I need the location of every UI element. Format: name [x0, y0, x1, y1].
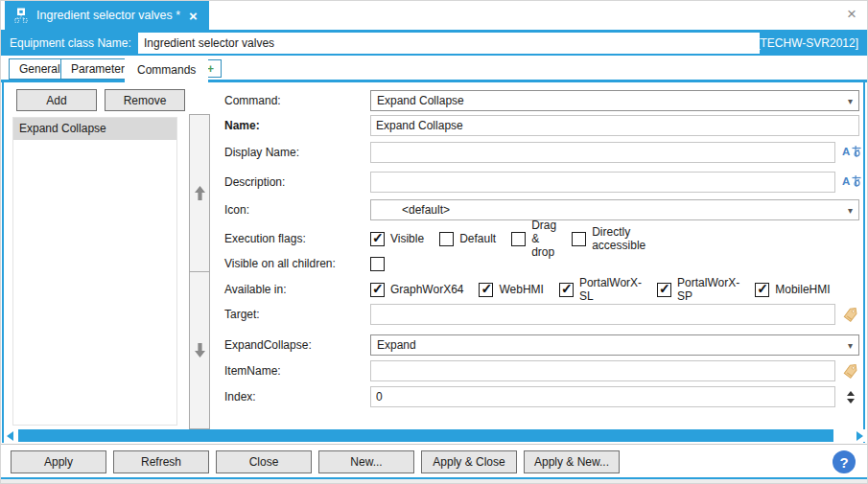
- checkbox-icon[interactable]: ✓: [479, 283, 493, 297]
- refresh-button[interactable]: Refresh: [113, 450, 209, 473]
- svg-text:A: A: [842, 175, 850, 187]
- equipment-class-name-input[interactable]: [138, 33, 760, 54]
- remove-command-button[interactable]: Remove: [105, 89, 185, 111]
- apply-new-button[interactable]: Apply & New...: [524, 450, 620, 473]
- icon-dropdown[interactable]: <default> ▾: [370, 199, 859, 220]
- localize-icon[interactable]: A: [842, 145, 863, 160]
- name-input[interactable]: [370, 115, 859, 136]
- command-list-item[interactable]: Expand Collapse: [13, 118, 176, 140]
- command-label: Command:: [224, 90, 281, 111]
- window-close-icon[interactable]: ×: [847, 6, 856, 22]
- checkbox-icon[interactable]: ✓: [559, 283, 574, 297]
- checkbox-portalworx-sp[interactable]: ✓ PortalWorX-SP: [657, 276, 739, 303]
- scroll-left-icon[interactable]: [7, 431, 13, 441]
- checkbox-icon[interactable]: ✓: [657, 283, 671, 297]
- index-input[interactable]: [370, 386, 835, 407]
- scrollbar-thumb[interactable]: [18, 429, 833, 442]
- target-input[interactable]: [370, 304, 835, 325]
- move-up-button[interactable]: [189, 114, 210, 272]
- checkbox-webhmi[interactable]: ✓ WebHMI: [479, 283, 543, 297]
- help-icon[interactable]: ?: [833, 450, 856, 473]
- expand-collapse-dropdown[interactable]: Expand ▾: [370, 334, 859, 356]
- display-name-label: Display Name:: [224, 142, 299, 163]
- down-arrow-icon: [194, 342, 206, 358]
- checkbox-icon[interactable]: ✓: [370, 257, 385, 271]
- apply-close-button[interactable]: Apply & Close: [421, 450, 517, 473]
- checkbox-icon[interactable]: ✓: [370, 283, 385, 297]
- reorder-strip: [189, 114, 210, 430]
- checkbox-default[interactable]: ✓ Default: [439, 232, 496, 246]
- commands-panel: Add Remove Expand Collapse Command: Expa…: [2, 82, 865, 443]
- up-arrow-icon: [194, 185, 206, 201]
- close-button[interactable]: Close: [216, 450, 312, 473]
- add-command-button[interactable]: Add: [16, 89, 97, 111]
- name-label: Name:: [224, 115, 260, 136]
- checkbox-drag-drop[interactable]: ✓ Drag & drop: [511, 219, 556, 259]
- index-label: Index:: [224, 386, 256, 407]
- equipment-class-dialog: Ingredient selector valves * × × Equipme…: [0, 0, 868, 484]
- checkbox-visible-all-children[interactable]: ✓: [370, 257, 385, 271]
- command-list[interactable]: Expand Collapse: [12, 117, 177, 426]
- document-tab[interactable]: Ingredient selector valves * ×: [5, 1, 209, 30]
- apply-button[interactable]: Apply: [11, 450, 106, 473]
- title-bar: Ingredient selector valves * × ×: [1, 1, 867, 30]
- chevron-down-icon: ▾: [848, 96, 853, 106]
- server-badge: [TECHW-SVR2012]: [757, 36, 858, 50]
- checkbox-icon[interactable]: ✓: [370, 232, 385, 246]
- expand-collapse-label: ExpandCollapse:: [224, 334, 312, 356]
- chevron-down-icon: ▾: [848, 205, 853, 216]
- checkbox-icon[interactable]: ✓: [755, 283, 769, 297]
- description-input[interactable]: [370, 172, 835, 193]
- equipment-class-icon: [12, 7, 30, 24]
- checkbox-graphworx64[interactable]: ✓ GraphWorX64: [370, 283, 463, 297]
- window-bottom-edge: [1, 479, 867, 484]
- index-stepper[interactable]: [844, 386, 857, 407]
- visible-all-children-group: ✓: [370, 253, 385, 274]
- item-name-label: ItemName:: [224, 360, 281, 381]
- command-dropdown[interactable]: Expand Collapse ▾: [370, 90, 859, 111]
- localize-icon[interactable]: A: [842, 174, 863, 190]
- equipment-class-name-label: Equipment class Name:: [10, 36, 131, 50]
- tab-strip: General Parameters Commands +: [1, 56, 867, 82]
- document-tab-close-icon[interactable]: ×: [187, 9, 199, 23]
- move-down-button[interactable]: [189, 271, 210, 429]
- new-button[interactable]: New...: [318, 450, 414, 473]
- footer-button-bar: Apply Refresh Close New... Apply & Close…: [1, 445, 867, 477]
- checkbox-directly-accessible[interactable]: ✓ Directly accessible: [572, 225, 645, 252]
- icon-label: Icon:: [224, 199, 249, 220]
- available-in-group: ✓ GraphWorX64 ✓ WebHMI ✓ PortalWorX-SL ✓…: [370, 279, 831, 300]
- visible-all-children-label: Visible on all children:: [224, 253, 336, 274]
- svg-text:A: A: [842, 146, 850, 157]
- tag-icon[interactable]: [841, 306, 864, 324]
- execution-flags-group: ✓ Visible ✓ Default ✓ Drag & drop ✓ Dire…: [370, 228, 645, 249]
- spin-up-icon[interactable]: [847, 391, 855, 396]
- target-label: Target:: [224, 304, 260, 325]
- chevron-down-icon: ▾: [848, 340, 853, 351]
- spin-down-icon[interactable]: [847, 399, 855, 403]
- scroll-right-icon[interactable]: [856, 431, 863, 441]
- available-in-label: Available in:: [224, 279, 287, 300]
- checkbox-mobilehmi[interactable]: ✓ MobileHMI: [755, 283, 830, 297]
- checkbox-visible[interactable]: ✓ Visible: [370, 232, 424, 246]
- display-name-input[interactable]: [370, 142, 835, 163]
- execution-flags-label: Execution flags:: [224, 228, 306, 249]
- tab-commands[interactable]: Commands: [125, 57, 208, 82]
- item-name-input[interactable]: [370, 360, 835, 381]
- tag-icon[interactable]: [841, 362, 864, 380]
- description-label: Description:: [224, 172, 285, 193]
- equipment-class-header: Equipment class Name: [TECHW-SVR2012]: [1, 30, 867, 57]
- checkbox-portalworx-sl[interactable]: ✓ PortalWorX-SL: [559, 276, 642, 303]
- horizontal-scrollbar[interactable]: [5, 429, 865, 442]
- checkbox-icon[interactable]: ✓: [572, 232, 586, 246]
- document-tab-title: Ingredient selector valves *: [36, 9, 180, 22]
- checkbox-icon[interactable]: ✓: [439, 232, 454, 246]
- checkbox-icon[interactable]: ✓: [511, 232, 526, 246]
